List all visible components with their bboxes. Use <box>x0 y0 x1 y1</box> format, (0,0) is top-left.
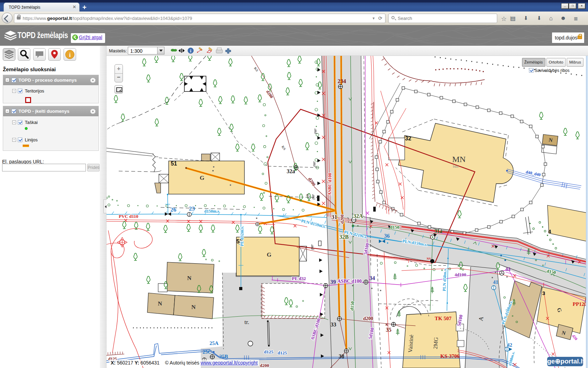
svg-text:KS-3706: KS-3706 <box>440 353 460 359</box>
svg-text:TK 507: TK 507 <box>435 316 451 321</box>
svg-text:d200: d200 <box>265 89 274 99</box>
svg-text:baž.: baž. <box>453 164 459 168</box>
svg-text:d150m.s.: d150m.s. <box>204 209 220 214</box>
svg-text:i: i <box>69 52 71 58</box>
svg-text:d125: d125 <box>278 350 287 355</box>
svg-text:33: 33 <box>331 322 336 327</box>
svg-text:PE d32m.s.: PE d32m.s. <box>240 226 244 246</box>
svg-text:d125: d125 <box>264 349 273 354</box>
svg-text:d200: d200 <box>260 363 269 368</box>
svg-text:N: N <box>158 300 162 307</box>
svg-text:MN: MN <box>452 155 466 164</box>
svg-text:31a: 31a <box>434 228 442 234</box>
svg-text:d200: d200 <box>339 214 345 224</box>
svg-text:25C: 25C <box>203 349 212 355</box>
svg-text:51: 51 <box>171 161 177 167</box>
svg-text:KS: KS <box>281 145 287 151</box>
svg-text:25A: 25A <box>210 340 219 346</box>
svg-text:26: 26 <box>170 206 176 213</box>
svg-text:32: 32 <box>405 135 411 141</box>
svg-text:tr.: tr. <box>244 319 249 325</box>
svg-text:d200: d200 <box>307 176 317 187</box>
svg-text:36: 36 <box>384 233 390 239</box>
svg-text:NV: NV <box>427 257 431 260</box>
svg-text:35: 35 <box>386 327 391 333</box>
svg-text:32a: 32a <box>287 168 295 174</box>
svg-text:31: 31 <box>331 214 337 220</box>
svg-text:4d100: 4d100 <box>455 272 466 277</box>
svg-text:PVC d110: PVC d110 <box>119 214 138 219</box>
svg-text:42: 42 <box>507 342 512 348</box>
svg-text:PE d32: PE d32 <box>292 276 306 281</box>
svg-text:32A: 32A <box>353 213 363 219</box>
svg-text:39: 39 <box>330 279 336 285</box>
svg-text:PP120: PP120 <box>573 301 586 307</box>
svg-text:3: 3 <box>542 290 545 296</box>
svg-text:234: 234 <box>338 78 346 84</box>
svg-text:38: 38 <box>339 353 344 359</box>
svg-text:i: i <box>190 48 191 53</box>
svg-text:d150: d150 <box>349 301 355 311</box>
svg-text:23: 23 <box>189 205 195 212</box>
svg-text:N: N <box>187 275 192 281</box>
svg-text:G: G <box>267 251 271 258</box>
svg-text:43: 43 <box>505 266 510 272</box>
svg-text:34: 34 <box>369 275 375 281</box>
svg-text:PLN d50m.s.: PLN d50m.s. <box>442 268 447 291</box>
svg-text:K: K <box>385 323 388 326</box>
svg-text:N: N <box>191 304 196 310</box>
svg-text:d150: d150 <box>390 225 399 230</box>
svg-text:G: G <box>200 175 204 181</box>
svg-text:2MG: 2MG <box>432 337 439 349</box>
svg-text:PLN d159m.s.: PLN d159m.s. <box>301 218 326 229</box>
svg-text:41: 41 <box>493 279 498 285</box>
svg-text:25B: 25B <box>219 354 228 359</box>
svg-text:ASBC d100: ASBC d100 <box>327 173 332 196</box>
svg-text:d200: d200 <box>363 316 373 321</box>
svg-text:d40_d40: d40_d40 <box>525 169 541 177</box>
svg-text:d20: d20 <box>571 334 579 341</box>
svg-text:ASBC d100: ASBC d100 <box>337 279 362 284</box>
svg-text:4: 4 <box>548 228 551 234</box>
svg-text:Vaistinė: Vaistinė <box>407 334 414 353</box>
